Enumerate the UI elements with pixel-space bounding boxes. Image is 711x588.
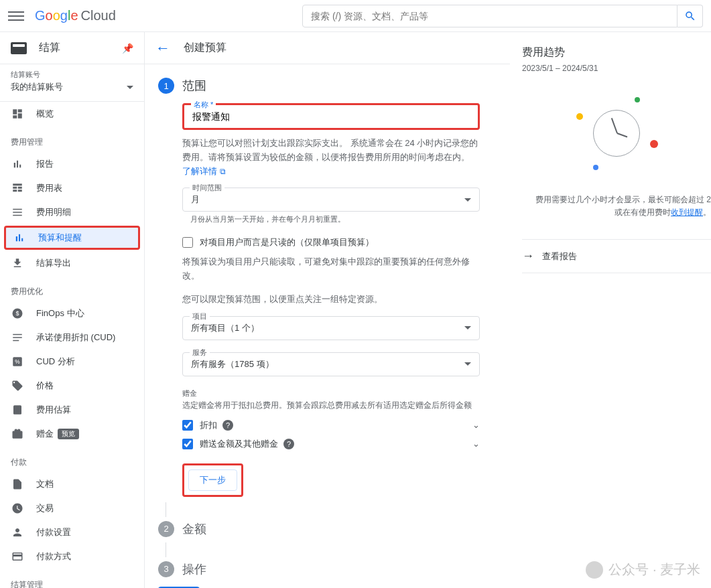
sidebar-title: 结算 <box>39 41 122 55</box>
svg-rect-4 <box>13 405 21 415</box>
step-1-title: 范围 <box>182 78 480 94</box>
readonly-desc: 将预算设为项目用户只能读取，可避免对集中跟踪的重要预算的任何意外修改。 <box>182 255 480 283</box>
sidebar-item-transactions[interactable]: 交易 <box>0 496 144 520</box>
scope-desc: 您可以限定预算范围，以便重点关注一组特定资源。 <box>182 293 480 307</box>
view-report-link[interactable]: → 查看报告 <box>522 239 711 273</box>
time-range-select[interactable]: 时间范围 月 <box>182 188 480 212</box>
name-input[interactable] <box>192 112 470 123</box>
discount-icon <box>11 331 24 344</box>
sidebar-item-pricing[interactable]: 价格 <box>0 374 144 398</box>
sidebar-item-credits[interactable]: 赠金预览 <box>0 422 144 446</box>
section-cost-mgmt: 费用管理 <box>0 126 144 152</box>
account-label: 结算账号 <box>11 70 133 80</box>
budget-icon <box>13 231 26 244</box>
dollar-icon: $ <box>11 307 24 320</box>
percent-icon: % <box>11 355 24 368</box>
discount-label: 折扣 <box>200 419 217 431</box>
name-input-highlight: 名称 * <box>182 103 480 130</box>
help-icon[interactable]: ? <box>222 420 233 431</box>
sidebar-item-budget-alerts[interactable]: 预算和提醒 <box>4 226 140 250</box>
logo[interactable]: GoogleCloud <box>35 8 116 23</box>
service-select[interactable]: 服务 所有服务（1785 项） <box>182 352 480 376</box>
svg-text:$: $ <box>15 310 19 317</box>
dashboard-icon <box>11 107 24 121</box>
panel-title: 费用趋势 <box>522 46 711 60</box>
step-2-title[interactable]: 金额 <box>182 521 480 537</box>
search-box[interactable] <box>302 5 677 27</box>
sidebar-item-billing-export[interactable]: 结算导出 <box>0 251 144 275</box>
tag-icon <box>11 379 24 392</box>
section-cost-opt: 费用优化 <box>0 275 144 301</box>
person-icon <box>11 526 24 539</box>
sidebar-item-cost-table[interactable]: 费用表 <box>0 176 144 200</box>
account-select[interactable]: 我的结算账号 <box>11 81 133 93</box>
step-2-badge: 2 <box>158 521 174 537</box>
name-label: 名称 * <box>191 100 216 110</box>
sidebar-item-overview[interactable]: 概览 <box>0 102 144 126</box>
readonly-label: 对项目用户而言是只读的（仅限单项目预算） <box>200 236 374 248</box>
panel-note: 费用需要过几个小时才会显示，最长可能会超过 2 或在有使用费时收到提醒。 <box>522 194 711 219</box>
step-1-badge: 1 <box>158 78 174 94</box>
section-billing-mgmt: 结算管理 <box>0 569 144 588</box>
export-icon <box>11 256 24 270</box>
time-range-helper: 月份从当月第一天开始，并在每个月月初重置。 <box>190 214 480 224</box>
back-arrow-icon[interactable]: ← <box>155 40 170 57</box>
calc-icon <box>11 403 24 417</box>
sidebar-item-reports[interactable]: 报告 <box>0 152 144 176</box>
gift-label: 赠送金额及其他赠金 <box>200 438 278 450</box>
chevron-down-icon[interactable]: ⌄ <box>472 439 480 449</box>
sidebar-item-cud[interactable]: 承诺使用折扣 (CUD) <box>0 325 144 350</box>
budget-description: 预算让您可以对照计划支出跟踪实际支出。 系统通常会在 24 小时内记录您的费用。… <box>182 137 480 178</box>
billing-icon <box>11 42 27 54</box>
panel-dates: 2023/5/1 – 2024/5/31 <box>522 64 711 73</box>
next-button-highlight: 下一步 <box>182 463 243 497</box>
help-icon[interactable]: ? <box>283 439 294 449</box>
search-input[interactable] <box>311 11 669 21</box>
discount-checkbox[interactable] <box>182 420 193 431</box>
step-3-badge: 3 <box>158 561 174 577</box>
sidebar-item-cud-analysis[interactable]: %CUD 分析 <box>0 350 144 374</box>
sidebar-item-payment-settings[interactable]: 付款设置 <box>0 520 144 544</box>
project-select[interactable]: 项目 所有项目（1 个） <box>182 316 480 340</box>
preview-badge: 预览 <box>58 429 79 439</box>
search-button[interactable] <box>677 5 703 27</box>
credits-desc: 选定赠金将用于抵扣总费用。预算会跟踪总费用减去所有适用选定赠金后所得金额 <box>182 400 480 411</box>
readonly-checkbox[interactable] <box>182 237 193 248</box>
clock-icon <box>11 502 24 515</box>
alert-link[interactable]: 收到提醒 <box>671 208 703 217</box>
doc-icon <box>11 477 24 491</box>
menu-icon[interactable] <box>8 8 24 24</box>
sidebar-item-cost-detail[interactable]: 费用明细 <box>0 200 144 224</box>
svg-text:%: % <box>15 359 20 365</box>
next-button[interactable]: 下一步 <box>188 469 237 491</box>
sidebar: 结算 📌 结算账号 我的结算账号 概览 费用管理 报告 费用表 费用明细 预算和… <box>0 32 145 588</box>
sidebar-item-docs[interactable]: 文档 <box>0 472 144 496</box>
sidebar-item-finops[interactable]: $FinOps 中心 <box>0 301 144 325</box>
list-icon <box>11 206 24 219</box>
pin-icon[interactable]: 📌 <box>122 43 133 54</box>
page-title: 创建预算 <box>184 41 227 55</box>
table-icon <box>11 181 24 195</box>
chevron-down-icon[interactable]: ⌄ <box>472 420 480 430</box>
card-icon <box>11 550 24 563</box>
credits-label: 赠金 <box>182 388 480 398</box>
clock-graphic <box>576 93 657 173</box>
sidebar-item-cost-estimate[interactable]: 费用估算 <box>0 398 144 422</box>
gift-icon <box>11 427 24 441</box>
step-3-title[interactable]: 操作 <box>182 561 480 577</box>
external-icon: ⧉ <box>220 167 226 176</box>
section-payment: 付款 <box>0 446 144 472</box>
gift-checkbox[interactable] <box>182 439 193 449</box>
arrow-right-icon: → <box>522 249 534 263</box>
chart-icon <box>11 157 24 171</box>
sidebar-item-payment-method[interactable]: 付款方式 <box>0 544 144 569</box>
learn-more-link[interactable]: 了解详情 <box>182 166 217 176</box>
